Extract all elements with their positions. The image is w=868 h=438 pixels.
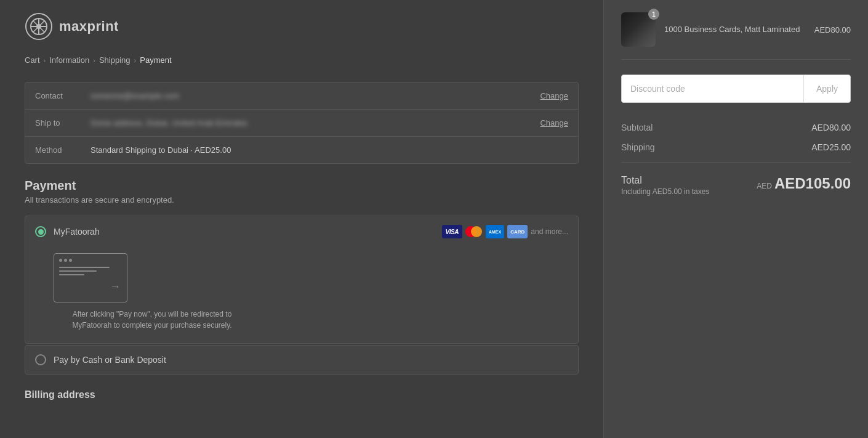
- breadcrumb: Cart › Information › Shipping › Payment: [25, 55, 579, 65]
- payment-icons: VISA AMEX CARD and more...: [442, 225, 568, 238]
- left-panel: maxprint Cart › Information › Shipping ›…: [0, 0, 603, 438]
- shipping-row: Shipping AED25.00: [621, 137, 851, 157]
- right-panel: 1 1000 Business Cards, Matt Laminated AE…: [603, 0, 868, 438]
- breadcrumb-shipping[interactable]: Shipping: [99, 55, 131, 65]
- mastercard-icon: [465, 226, 483, 237]
- breadcrumb-payment: Payment: [140, 55, 171, 65]
- product-price: AED80.00: [814, 25, 851, 34]
- svg-point-2: [36, 24, 41, 29]
- product-name: 1000 Business Cards, Matt Laminated: [664, 24, 806, 35]
- method-row: Method Standard Shipping to Dubai · AED2…: [25, 137, 578, 163]
- discount-code-box[interactable]: Apply: [621, 75, 851, 103]
- total-amount: AED105.00: [774, 175, 851, 192]
- generic-card-icon: CARD: [507, 225, 528, 238]
- total-row: Total Including AED5.00 in taxes AED AED…: [621, 168, 851, 203]
- ship-to-row: Ship to Some address, Dubai, United Arab…: [25, 110, 578, 137]
- arrow-icon: →: [110, 280, 121, 293]
- breadcrumb-information[interactable]: Information: [49, 55, 89, 65]
- total-value-group: AED AED105.00: [757, 175, 851, 192]
- payment-section: Payment All transactions are secure and …: [25, 179, 579, 375]
- order-summary-table: Contact someone@example.com Change Ship …: [25, 82, 579, 164]
- breadcrumb-cart[interactable]: Cart: [25, 55, 40, 65]
- visa-icon: VISA: [442, 225, 462, 238]
- myfatoorah-label: MyFatoorah: [54, 227, 435, 237]
- contact-row: Contact someone@example.com Change: [25, 83, 578, 110]
- shipping-label: Shipping: [621, 142, 655, 152]
- myfatoorah-option-header[interactable]: MyFatoorah VISA AMEX CARD and more...: [25, 216, 578, 247]
- payment-subtitle: All transactions are secure and encrypte…: [25, 195, 579, 205]
- myfatoorah-radio[interactable]: [35, 226, 46, 237]
- cash-option-header[interactable]: Pay by Cash or Bank Deposit: [25, 346, 578, 374]
- subtotal-label: Subtotal: [621, 123, 653, 132]
- cash-option[interactable]: Pay by Cash or Bank Deposit: [25, 345, 579, 375]
- shipping-value: AED25.00: [811, 142, 851, 152]
- ship-to-value: Some address, Dubai, United Arab Emirate…: [90, 118, 540, 128]
- ship-to-change-button[interactable]: Change: [540, 118, 568, 128]
- chevron-icon-2: ›: [93, 57, 95, 64]
- product-quantity-badge: 1: [648, 9, 659, 20]
- cash-label: Pay by Cash or Bank Deposit: [54, 355, 568, 365]
- product-thumb-wrapper: 1: [621, 12, 656, 47]
- and-more-label: and more...: [531, 227, 568, 236]
- chevron-icon-1: ›: [44, 57, 46, 64]
- discount-code-input[interactable]: [622, 75, 803, 102]
- contact-value: someone@example.com: [90, 91, 540, 100]
- payment-title: Payment: [25, 179, 579, 193]
- totals-divider: [621, 162, 851, 163]
- billing-address-title: Billing address: [25, 389, 579, 400]
- apply-discount-button[interactable]: Apply: [803, 75, 850, 102]
- totals-section: Subtotal AED80.00 Shipping AED25.00 Tota…: [621, 118, 851, 203]
- ship-to-label: Ship to: [35, 118, 90, 128]
- total-label-group: Total Including AED5.00 in taxes: [621, 175, 709, 196]
- subtotal-row: Subtotal AED80.00: [621, 118, 851, 137]
- method-label: Method: [35, 145, 90, 155]
- amex-icon: AMEX: [486, 225, 504, 238]
- method-value: Standard Shipping to Dubai · AED25.00: [90, 145, 568, 155]
- logo-text: maxprint: [59, 18, 119, 34]
- logo-area: maxprint: [25, 12, 579, 41]
- subtotal-value: AED80.00: [811, 123, 851, 132]
- cash-radio[interactable]: [35, 354, 46, 365]
- radio-inner: [38, 229, 44, 235]
- myfatoorah-content: → After clicking "Pay now", you will be …: [25, 253, 578, 343]
- total-label: Total: [621, 175, 709, 186]
- myfatoorah-option[interactable]: MyFatoorah VISA AMEX CARD and more...: [25, 216, 579, 344]
- product-row: 1 1000 Business Cards, Matt Laminated AE…: [621, 12, 851, 60]
- total-currency: AED: [757, 182, 772, 190]
- redirect-illustration: →: [54, 253, 127, 302]
- contact-change-button[interactable]: Change: [540, 91, 568, 100]
- logo-icon: [25, 12, 53, 41]
- redirect-text: After clicking "Pay now", you will be re…: [54, 309, 251, 331]
- chevron-icon-3: ›: [134, 57, 137, 64]
- contact-label: Contact: [35, 91, 90, 100]
- total-tax-label: Including AED5.00 in taxes: [621, 187, 709, 196]
